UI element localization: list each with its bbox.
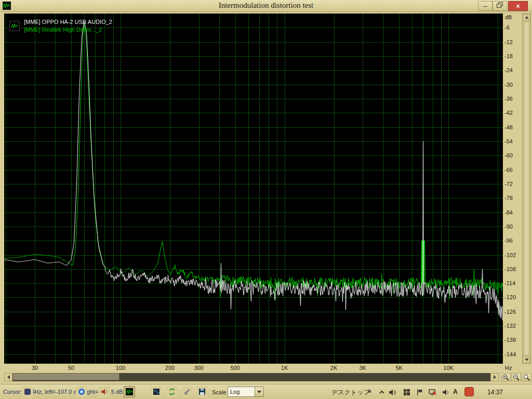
scale-select-value: Log	[228, 389, 255, 395]
arrow-down-icon	[525, 358, 529, 361]
scroll-left-button[interactable]	[4, 373, 12, 381]
y-tick-label: -120	[504, 294, 516, 300]
y-axis-unit: dB	[505, 14, 512, 20]
arrow-left-icon	[7, 375, 10, 379]
scale-select[interactable]: Log	[228, 387, 264, 397]
window-title: Intermodulation distortion test	[0, 1, 532, 10]
y-tick-label: -36	[504, 96, 513, 102]
y-axis: dB -6-12-18-24-30-36-42-48-54-60-66-72-7…	[503, 14, 521, 364]
scale-label: Scale	[212, 389, 227, 395]
tray-speaker-icon[interactable]	[441, 388, 450, 397]
zoom-in-icon	[502, 374, 510, 381]
title-bar: Intermodulation distortion test – ×	[0, 0, 532, 12]
x-axis: 30501002003005001K2K3K5K10K	[4, 364, 503, 372]
x-axis-unit: Hz	[505, 365, 512, 371]
y-tick-label: -114	[504, 280, 515, 286]
save-icon[interactable]	[196, 386, 208, 397]
scroll-down-button[interactable]	[523, 356, 530, 363]
x-tick-label: 500	[228, 365, 243, 371]
zoom-in-button[interactable]	[501, 373, 511, 381]
ime-language-indicator[interactable]: A	[453, 388, 458, 395]
y-tick-label: -30	[504, 82, 513, 88]
legend-entry-label: [MME] OPPO HA-2 USB AUDIO_2	[24, 19, 112, 25]
minimize-icon: –	[484, 3, 487, 10]
x-tick-label: 3K	[355, 365, 370, 371]
tray-windows-grid-icon[interactable]	[402, 388, 411, 397]
y-tick-label: -48	[504, 124, 513, 130]
spectrum-canvas[interactable]	[4, 14, 503, 364]
x-tick-label: 2K	[326, 365, 342, 371]
desktop-toolbar-overflow[interactable]: »	[368, 388, 371, 395]
ime-mode-icon[interactable]	[464, 387, 474, 396]
y-tick-label: -102	[504, 252, 516, 258]
minimize-button[interactable]: –	[478, 1, 493, 11]
y-tick-label: -12	[504, 39, 513, 45]
oscilloscope-icon[interactable]	[151, 386, 162, 397]
zoom-out-icon	[512, 374, 520, 381]
legend: [MME] OPPO HA-2 USB AUDIO_2 [MME] Realte…	[9, 19, 112, 33]
y-tick-label: -24	[504, 67, 513, 73]
app-window: Intermodulation distortion test – × [MME…	[0, 0, 532, 399]
refresh-icon[interactable]	[166, 386, 178, 397]
scroll-up-button[interactable]	[523, 14, 530, 21]
tray-volume-icon[interactable]	[388, 388, 397, 397]
restore-icon	[497, 2, 503, 10]
x-tick-label: 200	[162, 365, 178, 371]
y-tick-label: -132	[504, 323, 516, 329]
zoom-fit-button[interactable]	[522, 373, 531, 381]
legend-entries: [MME] OPPO HA-2 USB AUDIO_2 [MME] Realte…	[24, 19, 112, 33]
x-tick-label: 300	[191, 365, 207, 371]
x-tick-label: 1K	[277, 365, 292, 371]
vertical-scrollbar-thumb[interactable]	[524, 22, 529, 355]
app-icon-blue-circle[interactable]	[76, 386, 87, 397]
y-tick-label: -96	[504, 237, 513, 244]
status-taskbar: Cursor: 23.4Hz, left=-107.0 dB, right=-1…	[0, 384, 532, 399]
chevron-down-icon[interactable]	[255, 387, 263, 396]
y-tick-label: -54	[504, 138, 513, 144]
generator-speaker-icon[interactable]	[99, 386, 110, 397]
close-icon: ×	[516, 3, 520, 10]
y-tick-label: -78	[504, 195, 513, 201]
restore-button[interactable]	[493, 1, 507, 11]
tray-network-error-icon[interactable]	[428, 388, 437, 397]
settings-wrench-icon[interactable]	[182, 386, 193, 397]
tray-flag-icon[interactable]	[415, 388, 424, 397]
desktop-toolbar-label: デスクトップ	[331, 388, 370, 397]
spectrum-plot: [MME] OPPO HA-2 USB AUDIO_2 [MME] Realte…	[4, 14, 503, 364]
y-tick-label: -90	[504, 223, 513, 230]
legend-spectrum-icon[interactable]	[9, 21, 20, 31]
y-tick-label: -18	[504, 53, 513, 59]
y-tick-label: -42	[504, 110, 513, 116]
x-tick-label: 50	[63, 365, 79, 371]
x-tick-label: 100	[113, 365, 128, 371]
y-tick-label: -126	[504, 309, 516, 315]
y-tick-label: -6	[504, 24, 510, 31]
arrow-right-icon	[494, 375, 496, 379]
y-tick-label: -108	[504, 266, 516, 272]
y-tick-label: -72	[504, 181, 513, 187]
app-icon-indigo[interactable]	[22, 386, 33, 397]
close-button[interactable]: ×	[508, 1, 528, 11]
y-tick-label: -60	[504, 152, 513, 158]
x-tick-label: 30	[27, 365, 43, 371]
vertical-scrollbar[interactable]	[522, 14, 531, 364]
x-tick-label: 10K	[441, 365, 456, 371]
zoom-fit-icon	[523, 374, 530, 381]
y-tick-label: -144	[504, 351, 516, 357]
arrow-up-icon	[525, 16, 529, 19]
zoom-out-button[interactable]	[511, 373, 521, 381]
taskbar-clock[interactable]: 14:37	[487, 389, 503, 396]
horizontal-scrollbar[interactable]	[12, 373, 490, 381]
horizontal-scrollbar-thumb[interactable]	[12, 373, 119, 380]
spectrum-analyzer-taskbar-button[interactable]	[124, 386, 135, 397]
x-tick-label: 5K	[391, 365, 407, 371]
scroll-right-button[interactable]	[490, 373, 499, 381]
y-tick-label: -84	[504, 209, 513, 216]
y-tick-label: -138	[504, 337, 516, 343]
y-tick-label: -66	[504, 167, 513, 173]
hidden-icons-chevron[interactable]	[377, 388, 387, 397]
legend-entry-label: [MME] Realtek High Defini..._2	[24, 26, 112, 33]
